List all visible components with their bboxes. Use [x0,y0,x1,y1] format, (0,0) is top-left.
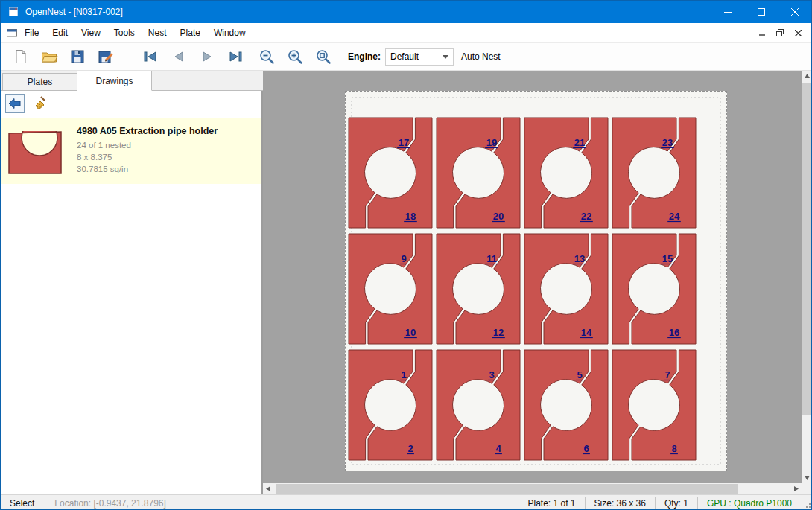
status-location: Location: [-0.9437, 21.8796] [45,498,174,509]
status-plate: Plate: 1 of 1 [518,498,584,509]
scroll-left-icon[interactable] [263,483,274,494]
engine-value: Default [390,51,419,62]
zoom-out-button[interactable] [257,47,276,66]
scroll-right-icon[interactable] [790,483,802,494]
menu-window[interactable]: Window [207,23,253,42]
part-number: 7 [664,369,670,380]
zoom-fit-button[interactable] [314,47,333,66]
nest-pair[interactable]: 1314 [524,234,608,344]
vertical-scroll-thumb[interactable] [802,83,812,415]
application-window: OpenNest - [N0317-002] File Edit View To… [0,0,812,510]
engine-label: Engine: [348,51,381,62]
last-arrow-icon [226,48,244,66]
menu-plate[interactable]: Plate [174,23,207,42]
close-button[interactable] [778,1,811,23]
mdi-restore-button[interactable] [773,25,787,40]
part-number: 20 [493,211,504,222]
scrollbar-corner [802,483,812,494]
status-gpu: GPU : Quadro P1000 [698,498,801,509]
status-qty: Qty: 1 [656,498,697,509]
last-plate-button[interactable] [226,47,245,66]
save-button[interactable] [68,47,87,66]
horizontal-scrollbar[interactable] [263,483,802,494]
auto-nest-button[interactable]: Auto Nest [461,51,501,62]
broom-icon [31,95,49,112]
part-number: 22 [581,211,591,222]
drawing-list-item[interactable]: 4980 A05 Extraction pipe holder 24 of 1 … [1,118,261,184]
new-document-icon [12,48,30,66]
horizontal-scroll-thumb[interactable] [276,484,738,494]
scroll-down-icon[interactable] [802,472,812,483]
nest-pair[interactable]: 1920 [437,118,520,228]
part-number: 17 [399,137,409,148]
zoom-in-icon [286,48,304,66]
resize-grip[interactable] [801,497,812,510]
menu-tools[interactable]: Tools [107,23,142,42]
chevron-down-icon [443,55,448,59]
nest-pair[interactable]: 12 [349,350,432,460]
zoom-in-button[interactable] [285,47,305,66]
save-icon [69,48,86,66]
next-arrow-icon [198,48,216,66]
minimize-button[interactable] [711,1,744,23]
open-folder-icon [40,48,58,66]
drawing-nested-count: 24 of 1 nested [77,139,218,151]
left-tabstrip: Plates Drawings [1,71,263,91]
engine-select[interactable]: Default [385,48,454,66]
nest-pair[interactable]: 56 [524,350,608,460]
first-arrow-icon [142,48,159,66]
menu-file[interactable]: File [18,23,45,42]
send-to-plate-button[interactable] [5,94,25,113]
part-number: 8 [671,443,676,454]
part-number: 12 [493,327,504,338]
plate-sheet[interactable]: 171819202122232491011121314151612345678 [345,91,727,471]
menu-view[interactable]: View [74,23,107,42]
menu-edit[interactable]: Edit [45,23,74,42]
nest-pair[interactable]: 2122 [524,118,608,228]
first-plate-button[interactable] [141,47,160,66]
tab-drawings[interactable]: Drawings [77,71,152,91]
new-button[interactable] [11,47,31,66]
part-number: 16 [669,327,679,338]
save-as-button[interactable] [96,47,115,66]
mdi-close-icon [795,30,802,36]
tab-plates[interactable]: Plates [2,73,77,91]
save-as-icon [97,48,115,66]
previous-arrow-icon [170,48,188,66]
menu-nest[interactable]: Nest [142,23,174,42]
nest-pair[interactable]: 1112 [437,234,520,344]
part-number: 15 [662,253,673,264]
drawings-toolbar [1,91,261,116]
clear-button[interactable] [31,94,50,113]
part-number: 4 [495,443,501,454]
mdi-restore-icon [776,29,784,36]
part-number: 24 [669,211,680,222]
zoom-out-icon [258,48,276,66]
next-plate-button[interactable] [197,47,217,66]
drawings-panel: 4980 A05 Extraction pipe holder 24 of 1 … [1,91,263,494]
scroll-up-icon[interactable] [802,71,812,82]
part-number: 6 [583,443,589,454]
nest-pair[interactable]: 1718 [349,118,432,228]
main-toolbar: Engine: Default Auto Nest [1,43,811,71]
mdi-close-button[interactable] [790,25,805,40]
nest-pair[interactable]: 1516 [612,234,696,344]
open-button[interactable] [39,47,59,66]
part-number: 14 [581,327,592,338]
nest-pair[interactable]: 2324 [612,118,696,228]
status-mode: Select [1,498,45,509]
part-number: 9 [401,253,406,264]
minimize-icon [724,8,732,16]
nest-canvas[interactable]: 171819202122232491011121314151612345678 [263,71,802,483]
maximize-button[interactable] [744,1,778,23]
part-thumbnail-shape [9,124,61,173]
part-number: 2 [407,443,413,454]
nest-pair[interactable]: 34 [437,350,520,460]
nest-pair[interactable]: 78 [612,350,696,460]
part-number: 21 [574,137,585,148]
mdi-minimize-button[interactable] [755,25,770,40]
vertical-scrollbar[interactable] [802,71,812,483]
nest-pair[interactable]: 910 [349,234,432,344]
previous-plate-button[interactable] [169,47,188,66]
app-icon [7,6,19,18]
